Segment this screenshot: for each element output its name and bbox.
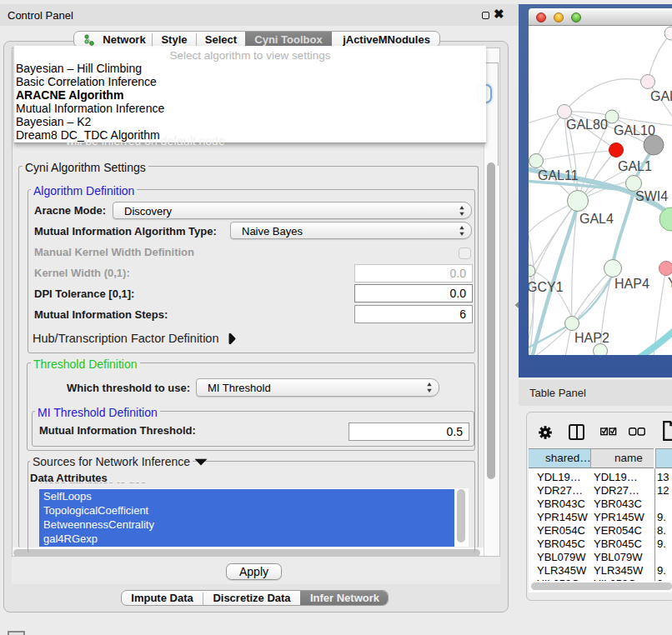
svg-text:GAL2: GAL2 bbox=[650, 89, 672, 103]
svg-text:HAP2: HAP2 bbox=[574, 331, 609, 345]
svg-text:GCY1: GCY1 bbox=[529, 280, 564, 294]
svg-text:GAL11: GAL11 bbox=[538, 168, 579, 182]
svg-text:GAL4: GAL4 bbox=[579, 212, 614, 226]
svg-text:Y: Y bbox=[668, 276, 672, 290]
svg-text:GAL80: GAL80 bbox=[566, 118, 608, 132]
svg-text:GAL1: GAL1 bbox=[618, 159, 652, 173]
svg-text:HAP4: HAP4 bbox=[614, 277, 649, 291]
svg-text:SWI4: SWI4 bbox=[635, 189, 668, 203]
svg-text:GAL10: GAL10 bbox=[614, 123, 655, 138]
